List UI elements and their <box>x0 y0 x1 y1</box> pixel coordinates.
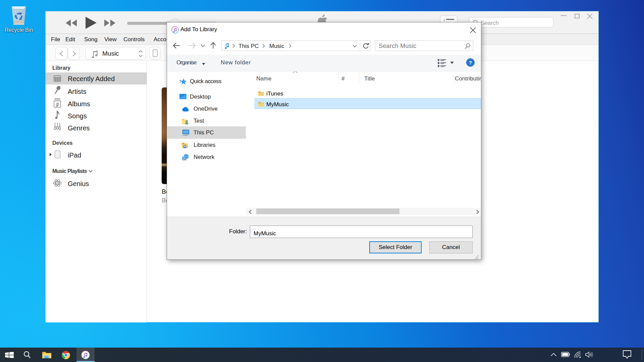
svg-text:1: 1 <box>443 18 445 22</box>
